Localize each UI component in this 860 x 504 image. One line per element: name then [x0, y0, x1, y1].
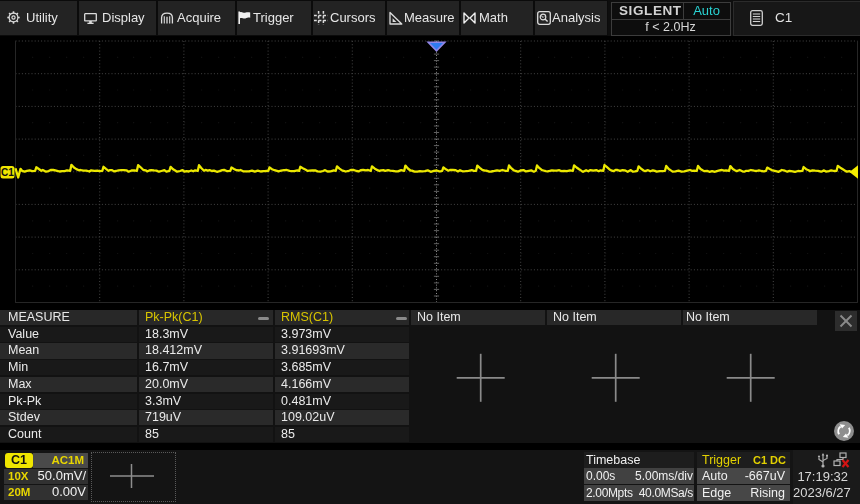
- svg-text:C1: C1: [1, 167, 14, 178]
